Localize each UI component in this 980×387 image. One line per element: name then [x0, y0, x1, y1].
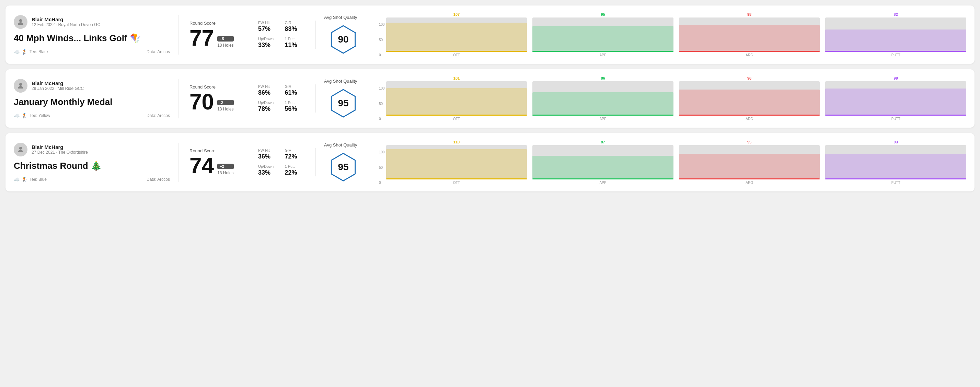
stat-gir-value-2: 61%: [285, 89, 305, 97]
player-meta-2: 29 Jan 2022 · Mill Ride GCC: [32, 86, 170, 91]
bar-bg-putt: [825, 17, 966, 52]
data-source-1: Data: Arccos: [146, 49, 170, 54]
tee-info-2: ☁️ 🏌️ Tee: Yellow: [14, 113, 50, 118]
stat-fwhit-value-3: 36%: [258, 153, 278, 160]
score-badge-1: +5: [217, 36, 234, 41]
score-number-1: 77: [189, 27, 214, 49]
stat-gir-label-2: GIR: [285, 84, 305, 89]
hex-score-3: 95: [338, 162, 348, 173]
chart-section-2: 100 50 0 101 OTT 86 APP: [371, 76, 966, 121]
bar-xlabel-arg: ARG: [746, 53, 753, 57]
bar-value-app: 87: [601, 140, 605, 144]
round-card-1: Blair McHarg 12 Feb 2022 · Royal North D…: [5, 5, 975, 64]
bar-group-arg: 98 ARG: [679, 12, 820, 57]
chart-section-1: 100 50 0 107 OTT 95 APP: [371, 12, 966, 57]
score-detail-1: +5 18 Holes: [217, 36, 234, 49]
bar-group-ott: 110 OTT: [386, 140, 527, 185]
tee-info-3: ☁️ 🏌️ Tee: Blue: [14, 177, 47, 182]
bag-icon-1: 🏌️: [22, 49, 27, 54]
bar-fill-arg: [679, 154, 820, 179]
avatar-3: [14, 143, 27, 157]
stat-updown-label-1: Up/Down: [258, 37, 278, 41]
hex-score-1: 90: [338, 34, 348, 45]
stat-fwhit-label-3: FW Hit: [258, 148, 278, 152]
score-holes-3: 18 Holes: [217, 171, 234, 175]
stat-oneputt-1: 1 Putt 11%: [285, 37, 305, 49]
bar-fill-arg: [679, 25, 820, 52]
quality-section-2: Avg Shot Quality 95: [316, 79, 371, 119]
bar-group-putt: 93 PUTT: [825, 140, 966, 185]
svg-point-4: [19, 147, 22, 149]
stats-grid-1: FW Hit 57% GIR 83% Up/Down 33% 1 Putt 11…: [258, 21, 304, 49]
bar-fill-ott: [386, 88, 527, 116]
score-badge-2: -2: [217, 100, 234, 105]
player-name-2: Blair McHarg: [32, 80, 170, 86]
round-title-3: Christmas Round 🎄: [14, 160, 170, 171]
stat-fwhit-1: FW Hit 57%: [258, 21, 278, 33]
bar-value-app: 95: [601, 12, 605, 16]
hexagon-2: 95: [328, 88, 359, 119]
bar-group-app: 86 APP: [532, 76, 673, 121]
stat-updown-label-2: Up/Down: [258, 100, 278, 105]
bar-line-putt: [825, 114, 966, 116]
bar-line-ott: [386, 178, 527, 179]
bar-xlabel-putt: PUTT: [891, 117, 900, 121]
bar-bg-app: [532, 145, 673, 179]
bar-line-ott: [386, 51, 527, 52]
player-footer-3: ☁️ 🏌️ Tee: Blue Data: Arccos: [14, 177, 170, 182]
svg-point-0: [19, 19, 22, 22]
stat-oneputt-label-2: 1 Putt: [285, 100, 305, 105]
bar-fill-ott: [386, 149, 527, 179]
player-footer-1: ☁️ 🏌️ Tee: Black Data: Arccos: [14, 49, 170, 54]
bar-group-putt: 99 PUTT: [825, 76, 966, 121]
bar-bg-app: [532, 81, 673, 116]
bar-bg-ott: [386, 145, 527, 179]
stat-oneputt-value-2: 56%: [285, 105, 305, 113]
stat-oneputt-value-3: 22%: [285, 169, 305, 176]
score-section-3: Round Score 74 +2 18 Holes: [178, 148, 247, 177]
y-label-50: 50: [379, 102, 385, 106]
bar-value-app: 86: [601, 76, 605, 80]
quality-label-3: Avg Shot Quality: [324, 143, 357, 148]
score-label-2: Round Score: [189, 84, 236, 90]
bar-value-putt: 99: [894, 76, 898, 80]
bar-group-app: 87 APP: [532, 140, 673, 185]
stat-oneputt-2: 1 Putt 56%: [285, 100, 305, 113]
player-meta-3: 27 Dec 2021 · The Oxfordshire: [32, 150, 170, 155]
hex-score-2: 95: [338, 98, 348, 109]
bar-xlabel-app: APP: [600, 53, 606, 57]
y-label-100: 100: [379, 86, 385, 90]
stat-gir-3: GIR 72%: [285, 148, 305, 160]
bar-bg-putt: [825, 81, 966, 116]
bar-line-arg: [679, 178, 820, 179]
data-source-3: Data: Arccos: [146, 177, 170, 182]
bar-line-putt: [825, 178, 966, 179]
bar-bg-app: [532, 17, 673, 52]
bar-line-arg: [679, 114, 820, 116]
y-label-0: 0: [379, 53, 385, 57]
score-detail-2: -2 18 Holes: [217, 100, 234, 113]
avatar-2: [14, 79, 27, 93]
round-title-1: 40 Mph Winds... Links Golf 🪁: [14, 33, 170, 44]
bar-value-arg: 96: [747, 76, 751, 80]
bar-fill-app: [532, 156, 673, 179]
bar-line-app: [532, 114, 673, 116]
bar-bg-arg: [679, 17, 820, 52]
y-label-50: 50: [379, 166, 385, 170]
score-row-1: 77 +5 18 Holes: [189, 27, 236, 49]
stat-updown-value-3: 33%: [258, 169, 278, 176]
quality-section-3: Avg Shot Quality 95: [316, 143, 371, 182]
stats-grid-2: FW Hit 86% GIR 61% Up/Down 78% 1 Putt 56…: [258, 84, 304, 113]
y-label-100: 100: [379, 23, 385, 26]
bar-fill-arg: [679, 90, 820, 116]
bar-xlabel-arg: ARG: [746, 181, 753, 185]
bar-bg-ott: [386, 17, 527, 52]
y-label-100: 100: [379, 150, 385, 154]
round-card-3: Blair McHarg 27 Dec 2021 · The Oxfordshi…: [5, 133, 975, 192]
bar-xlabel-app: APP: [600, 181, 606, 185]
bar-bg-arg: [679, 81, 820, 116]
bar-group-arg: 95 ARG: [679, 140, 820, 185]
bar-group-app: 95 APP: [532, 12, 673, 57]
stat-fwhit-value-2: 86%: [258, 89, 278, 97]
bar-line-arg: [679, 51, 820, 52]
